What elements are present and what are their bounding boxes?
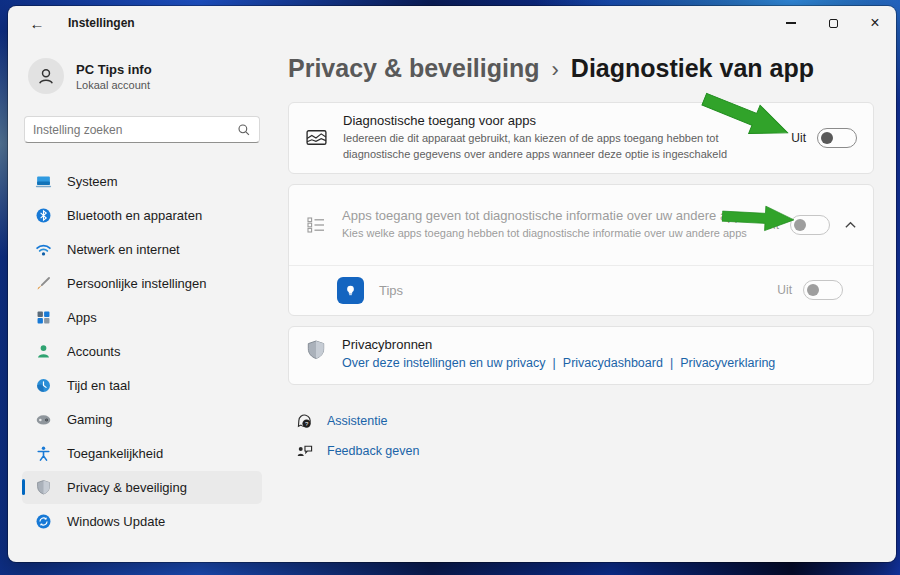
privacy-resources-card: Privacybronnen Over deze instellingen en… [288, 326, 874, 385]
sidebar-item-systeem[interactable]: Systeem [22, 165, 262, 198]
main-content: Privacy & beveiliging › Diagnostiek van … [280, 40, 896, 562]
sidebar-item-tijd-en-taal[interactable]: Tijd en taal [22, 369, 262, 402]
search-icon[interactable] [237, 123, 251, 137]
app-name: Tips [379, 283, 403, 298]
sidebar-item-netwerk[interactable]: Netwerk en internet [22, 233, 262, 266]
wifi-icon [35, 241, 52, 258]
sidebar-item-label: Systeem [67, 174, 118, 189]
person-icon [35, 65, 57, 87]
toggle-state-label: Uit [791, 131, 806, 145]
update-icon [35, 513, 52, 530]
accounts-person-icon [35, 343, 52, 360]
minimize-icon [786, 22, 796, 23]
sidebar-item-apps[interactable]: Apps [22, 301, 262, 334]
sidebar-item-label: Windows Update [67, 514, 165, 529]
tips-toggle[interactable] [803, 280, 843, 300]
diagnostics-access-card: Diagnostische toegang voor apps Iedereen… [288, 102, 874, 174]
footer-links: ? Assistentie Feedback geven [288, 413, 874, 460]
close-icon: × [870, 14, 879, 32]
window-title: Instellingen [68, 16, 135, 30]
sidebar-item-label: Tijd en taal [67, 378, 130, 393]
sidebar-item-gaming[interactable]: Gaming [22, 403, 262, 436]
maximize-button[interactable] [812, 6, 854, 40]
link-separator: | [553, 356, 556, 370]
feedback-link[interactable]: Feedback geven [327, 444, 419, 458]
search-input[interactable] [33, 123, 237, 137]
search-box[interactable] [24, 116, 260, 143]
link-privacy-statement[interactable]: Privacyverklaring [680, 356, 775, 370]
toggle-state-label: Uit [777, 283, 792, 297]
sidebar-item-label: Apps [67, 310, 97, 325]
toggle-state-label: Uit [764, 218, 779, 232]
selection-indicator [22, 479, 25, 495]
feedback-link-row[interactable]: Feedback geven [288, 443, 874, 460]
sidebar-nav: Systeem Bluetooth en apparaten Netwerk e… [22, 165, 262, 538]
system-icon [35, 173, 52, 190]
accessibility-icon [35, 445, 52, 462]
sidebar-item-toegankelijkheid[interactable]: Toegankelijkheid [22, 437, 262, 470]
assistance-link-row[interactable]: ? Assistentie [288, 413, 874, 430]
sidebar-item-label: Accounts [67, 344, 120, 359]
sidebar-item-label: Gaming [67, 412, 113, 427]
toggle-knob [794, 219, 806, 231]
privacy-resources-title: Privacybronnen [342, 337, 782, 352]
diagnostic-chart-icon [305, 126, 328, 149]
sidebar: PC Tips info Lokaal account Systeem [8, 40, 276, 562]
account-type: Lokaal account [76, 79, 152, 91]
back-arrow-icon: ← [30, 15, 45, 32]
account-name: PC Tips info [76, 62, 152, 77]
diagnostics-access-toggle[interactable] [817, 128, 857, 148]
back-button[interactable]: ← [22, 11, 52, 35]
clock-icon [35, 377, 52, 394]
link-privacy-dashboard[interactable]: Privacydashboard [563, 356, 663, 370]
gamepad-icon [35, 411, 52, 428]
sidebar-item-windows-update[interactable]: Windows Update [22, 505, 262, 538]
close-button[interactable]: × [854, 6, 896, 40]
app-list-icon [305, 214, 327, 236]
link-about-settings[interactable]: Over deze instellingen en uw privacy [342, 356, 546, 370]
assistance-icon: ? [296, 413, 313, 430]
setting-title: Diagnostische toegang voor apps [343, 113, 776, 128]
setting-description: Kies welke apps toegang hebben tot diagn… [342, 226, 749, 242]
setting-title: Apps toegang geven tot diagnostische inf… [342, 208, 749, 223]
breadcrumb-separator-icon: › [552, 57, 559, 83]
apps-access-row: Apps toegang geven tot diagnostische inf… [289, 185, 873, 265]
link-separator: | [670, 356, 673, 370]
sidebar-item-accounts[interactable]: Accounts [22, 335, 262, 368]
sidebar-item-bluetooth[interactable]: Bluetooth en apparaten [22, 199, 262, 232]
paintbrush-icon [35, 275, 52, 292]
apps-grid-icon [35, 309, 52, 326]
account-button[interactable]: PC Tips info Lokaal account [22, 50, 262, 102]
sidebar-item-label: Netwerk en internet [67, 242, 180, 257]
sidebar-item-persoonlijke-instellingen[interactable]: Persoonlijke instellingen [22, 267, 262, 300]
sidebar-item-privacy-beveiliging[interactable]: Privacy & beveiliging [22, 471, 262, 504]
sidebar-item-label: Privacy & beveiliging [67, 480, 187, 495]
assistance-link[interactable]: Assistentie [327, 414, 387, 428]
toggle-knob [807, 284, 819, 296]
settings-window: ← Instellingen × [8, 6, 896, 562]
avatar [28, 58, 64, 94]
minimize-button[interactable] [770, 6, 812, 40]
breadcrumb-parent[interactable]: Privacy & beveiliging [288, 54, 540, 83]
breadcrumb: Privacy & beveiliging › Diagnostiek van … [288, 54, 874, 83]
tips-app-icon [337, 277, 364, 304]
sidebar-item-label: Bluetooth en apparaten [67, 208, 202, 223]
page-title: Diagnostiek van app [571, 54, 814, 83]
sidebar-item-label: Persoonlijke instellingen [67, 276, 206, 291]
shield-icon [35, 479, 52, 496]
maximize-icon [829, 19, 838, 28]
sidebar-item-label: Toegankelijkheid [67, 446, 163, 461]
titlebar: ← Instellingen × [8, 6, 896, 40]
setting-description: Iedereen die dit apparaat gebruikt, kan … [343, 131, 775, 163]
apps-access-card: Apps toegang geven tot diagnostische inf… [288, 184, 874, 316]
toggle-knob [821, 132, 833, 144]
bluetooth-icon [35, 207, 52, 224]
app-row-tips: Tips Uit [289, 265, 873, 315]
chevron-up-icon[interactable] [844, 220, 857, 230]
privacy-shield-icon [305, 339, 327, 361]
apps-access-toggle[interactable] [790, 215, 830, 235]
desktop-wallpaper: ← Instellingen × [0, 0, 900, 575]
feedback-icon [296, 443, 313, 460]
